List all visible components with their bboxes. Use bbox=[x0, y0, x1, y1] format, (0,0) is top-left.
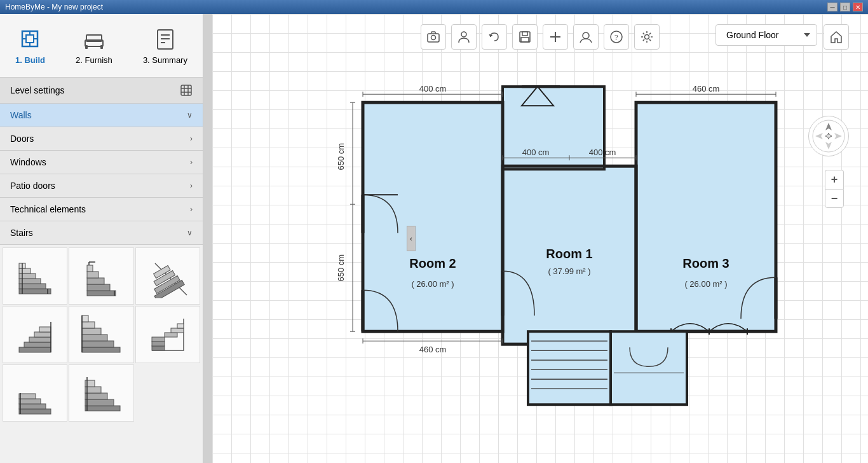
sidebar: 1. Build 2. Furnish 3. Summary bbox=[0, 14, 203, 463]
stair-icon-7 bbox=[13, 371, 57, 415]
svg-rect-82 bbox=[363, 102, 503, 331]
windows-section-header[interactable]: Windows › bbox=[0, 151, 203, 174]
svg-rect-59 bbox=[19, 409, 51, 414]
stair-icon-3 bbox=[146, 254, 190, 298]
level-settings-icon bbox=[180, 84, 193, 97]
toolbar: ? bbox=[421, 24, 660, 50]
stair-icon-1 bbox=[13, 254, 57, 298]
stair-icon-6 bbox=[146, 312, 190, 357]
person-button[interactable] bbox=[451, 24, 477, 50]
home-button[interactable] bbox=[824, 24, 849, 50]
svg-text:460 cm: 460 cm bbox=[419, 345, 446, 354]
nav-compass[interactable] bbox=[808, 116, 849, 156]
svg-rect-47 bbox=[82, 341, 114, 347]
profile-button[interactable] bbox=[573, 24, 599, 50]
technical-section-header[interactable]: Technical elements › bbox=[0, 198, 203, 221]
svg-rect-61 bbox=[19, 399, 41, 404]
svg-rect-30 bbox=[87, 272, 98, 278]
camera-button[interactable] bbox=[421, 24, 446, 50]
nav-build-label: 1. Build bbox=[15, 55, 45, 65]
canvas-area[interactable]: ? bbox=[212, 14, 868, 463]
stair-item-2[interactable] bbox=[69, 247, 133, 305]
minimize-button[interactable]: ─ bbox=[827, 3, 837, 11]
settings-button[interactable] bbox=[634, 24, 660, 50]
svg-rect-48 bbox=[82, 335, 107, 341]
svg-rect-54 bbox=[152, 342, 165, 346]
svg-text:400 cm: 400 cm bbox=[522, 148, 549, 157]
level-settings-header[interactable]: Level settings bbox=[0, 78, 203, 104]
stair-icon-2 bbox=[79, 254, 123, 298]
svg-rect-53 bbox=[152, 346, 165, 350]
svg-rect-57 bbox=[171, 328, 184, 333]
svg-point-81 bbox=[645, 35, 649, 39]
svg-rect-1 bbox=[26, 35, 34, 43]
svg-rect-43 bbox=[34, 332, 51, 337]
stairs-section-header[interactable]: Stairs ∨ bbox=[0, 221, 203, 245]
svg-rect-66 bbox=[85, 393, 107, 399]
level-dropdown[interactable]: Ground Floor Floor 1 Basement bbox=[715, 24, 817, 46]
main-container: 1. Build 2. Furnish 3. Summary bbox=[0, 14, 868, 463]
zoom-in-button[interactable]: + bbox=[825, 170, 844, 189]
nav-furnish[interactable]: 2. Furnish bbox=[65, 21, 123, 70]
svg-rect-40 bbox=[19, 347, 51, 352]
stairs-label: Stairs bbox=[10, 228, 33, 238]
help-button[interactable]: ? bbox=[604, 24, 629, 50]
svg-rect-74 bbox=[522, 32, 527, 36]
patio-doors-label: Patio doors bbox=[10, 181, 55, 191]
top-nav: 1. Build 2. Furnish 3. Summary bbox=[0, 14, 203, 78]
svg-rect-49 bbox=[82, 328, 101, 335]
svg-text:( 26.00 m² ): ( 26.00 m² ) bbox=[411, 279, 454, 289]
svg-text:650 cm: 650 cm bbox=[336, 254, 346, 282]
floorplan-svg[interactable]: 400 cm 650 cm 650 cm 460 cm 400 cm 400 c… bbox=[325, 67, 782, 424]
zoom-controls: + − bbox=[825, 170, 844, 208]
stair-item-6[interactable] bbox=[135, 306, 200, 363]
add-button[interactable] bbox=[543, 24, 568, 50]
patio-doors-section-header[interactable]: Patio doors › bbox=[0, 174, 203, 198]
stair-item-4[interactable] bbox=[3, 306, 67, 363]
svg-text:( 26.00 m² ): ( 26.00 m² ) bbox=[684, 279, 727, 289]
svg-rect-141 bbox=[528, 331, 611, 404]
level-settings-label: Level settings bbox=[10, 85, 65, 95]
svg-rect-20 bbox=[19, 284, 46, 289]
svg-text:460 cm: 460 cm bbox=[692, 84, 719, 93]
nav-build[interactable]: 1. Build bbox=[5, 21, 55, 70]
titlebar-controls[interactable]: ─ □ ✕ bbox=[827, 3, 863, 11]
stair-icon-8 bbox=[79, 371, 123, 415]
nav-summary-label: 3. Summary bbox=[143, 55, 187, 65]
svg-rect-84 bbox=[636, 102, 776, 331]
svg-rect-51 bbox=[82, 315, 88, 322]
save-button[interactable] bbox=[512, 24, 538, 50]
level-select[interactable]: Ground Floor Floor 1 Basement bbox=[715, 24, 817, 46]
doors-section-header[interactable]: Doors › bbox=[0, 127, 203, 151]
maximize-button[interactable]: □ bbox=[840, 3, 850, 11]
technical-chevron: › bbox=[190, 205, 193, 214]
walls-section-header[interactable]: Walls ∨ bbox=[0, 104, 203, 127]
nav-summary[interactable]: 3. Summary bbox=[133, 21, 198, 70]
zoom-out-button[interactable]: − bbox=[825, 189, 844, 208]
close-button[interactable]: ✕ bbox=[853, 3, 863, 11]
svg-rect-75 bbox=[521, 38, 529, 42]
furnish-icon bbox=[81, 26, 107, 52]
stair-item-1[interactable] bbox=[3, 247, 67, 305]
stair-item-5[interactable] bbox=[69, 306, 133, 363]
svg-text:400 cm: 400 cm bbox=[588, 148, 616, 157]
stair-item-8[interactable] bbox=[69, 364, 133, 422]
svg-rect-50 bbox=[82, 322, 95, 328]
stair-item-7[interactable] bbox=[3, 364, 67, 422]
svg-rect-29 bbox=[87, 278, 104, 284]
undo-button[interactable] bbox=[482, 24, 507, 50]
svg-point-71 bbox=[431, 36, 436, 40]
svg-rect-28 bbox=[87, 284, 110, 291]
titlebar: HomeByMe - My new project ─ □ ✕ bbox=[0, 0, 868, 14]
sidebar-toggle[interactable]: ‹ bbox=[407, 226, 416, 251]
svg-rect-44 bbox=[39, 327, 51, 332]
patio-doors-chevron: › bbox=[190, 181, 193, 190]
nav-furnish-label: 2. Furnish bbox=[76, 55, 112, 65]
svg-rect-22 bbox=[19, 273, 36, 279]
walls-label: Walls bbox=[10, 110, 32, 120]
stair-item-3[interactable] bbox=[135, 247, 200, 305]
stairs-grid bbox=[0, 245, 203, 424]
svg-text:( 37.99 m² ): ( 37.99 m² ) bbox=[548, 266, 590, 276]
summary-icon bbox=[153, 26, 178, 52]
sidebar-content: Level settings Walls ∨ Doors › bbox=[0, 78, 203, 463]
